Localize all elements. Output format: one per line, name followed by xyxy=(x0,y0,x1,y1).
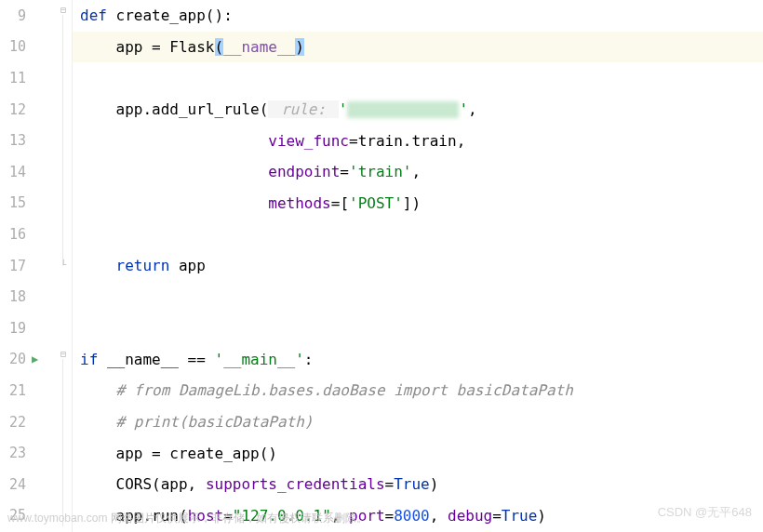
code-line[interactable] xyxy=(73,219,763,250)
code-line[interactable]: CORS(app, supports_credentials=True) xyxy=(73,469,763,500)
line-number: 20 xyxy=(0,351,26,367)
line-number: 17 xyxy=(0,258,26,274)
line-number: 14 xyxy=(0,164,26,180)
line-number: 23 xyxy=(0,445,26,461)
code-line[interactable]: methods=['POST']) xyxy=(73,188,763,219)
watermark-left: www.toymoban.com 网络图片仅供展示，非存储，如有侵权请联系删除。 xyxy=(7,511,368,526)
code-line[interactable] xyxy=(73,62,763,94)
code-line[interactable] xyxy=(73,281,763,313)
line-number: 24 xyxy=(0,476,26,493)
line-number-gutter: 9 10 11 12 13 14 15 16 17 18 19 20▶ 21 2… xyxy=(0,0,56,532)
watermark-right: CSDN @无平648 xyxy=(658,504,752,521)
line-number: 19 xyxy=(0,320,26,337)
code-line[interactable]: app.add_url_rule( rule: '', xyxy=(73,94,763,126)
code-line[interactable]: return app xyxy=(73,250,763,282)
code-editor[interactable]: 9 10 11 12 13 14 15 16 17 18 19 20▶ 21 2… xyxy=(0,0,763,532)
fold-top-icon[interactable]: ⊟ xyxy=(58,4,69,15)
line-number: 10 xyxy=(0,38,26,55)
code-line[interactable]: def create_app(): xyxy=(73,0,763,32)
fold-top-icon[interactable]: ⊟ xyxy=(58,348,69,359)
code-line[interactable]: endpoint='train', xyxy=(73,156,763,188)
line-number: 22 xyxy=(0,414,26,431)
line-number: 12 xyxy=(0,101,26,118)
code-line[interactable] xyxy=(73,313,763,344)
code-line[interactable]: view_func=train.train, xyxy=(73,125,763,156)
code-line[interactable]: app = create_app() xyxy=(73,437,763,469)
code-line[interactable]: # print(basicDataPath) xyxy=(73,406,763,438)
fold-gutter[interactable]: ⊟ └ ⊟ xyxy=(56,0,73,532)
code-line[interactable]: app = Flask(__name__) xyxy=(73,32,763,63)
line-number: 11 xyxy=(0,70,26,86)
code-area[interactable]: def create_app(): app = Flask(__name__) … xyxy=(73,0,763,532)
parameter-hint: rule: xyxy=(268,100,338,118)
line-number: 18 xyxy=(0,288,26,305)
run-icon[interactable]: ▶ xyxy=(32,352,38,366)
fold-bottom-icon[interactable]: └ xyxy=(58,259,69,270)
line-number: 9 xyxy=(0,7,26,24)
code-line[interactable]: # from DamageLib.bases.daoBase import ba… xyxy=(73,375,763,406)
redacted-region xyxy=(347,101,459,118)
line-number: 15 xyxy=(0,194,26,211)
line-number: 21 xyxy=(0,382,26,399)
line-number: 13 xyxy=(0,132,26,149)
code-line[interactable]: if __name__ == '__main__': xyxy=(73,344,763,376)
line-number: 16 xyxy=(0,226,26,243)
